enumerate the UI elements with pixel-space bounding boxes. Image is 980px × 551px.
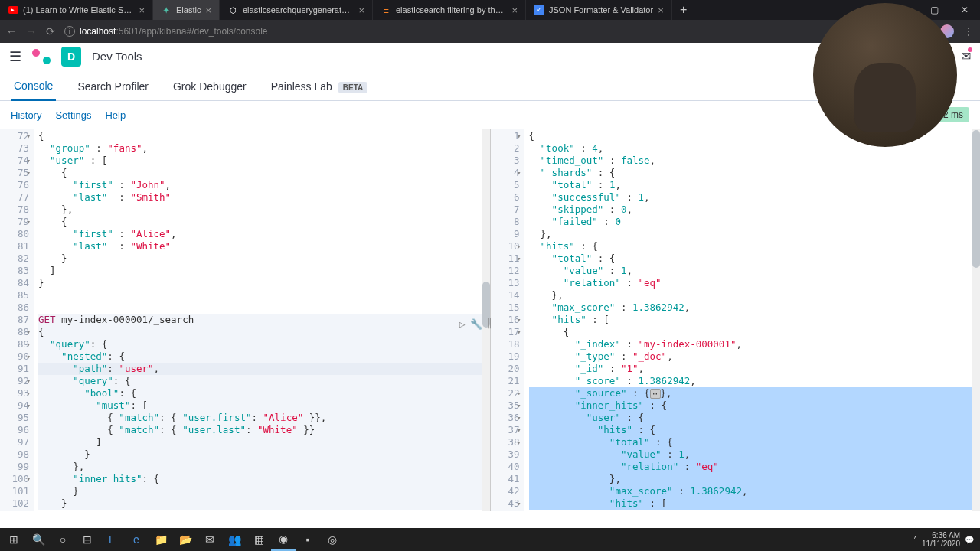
tab-pypi[interactable]: ⬡elasticsearchquerygenerator · PyPI× — [220, 0, 373, 20]
response-viewer[interactable]: 1▾234▾5678910▾11▾1213141516▾17▾181920212… — [491, 129, 981, 511]
cortana-icon[interactable]: ○ — [51, 528, 75, 551]
tab-jsonformatter[interactable]: ✓JSON Formatter & Validator× — [526, 0, 672, 20]
back-button[interactable]: ← — [6, 25, 17, 37]
request-editor[interactable]: 72▾7374▾75▾76777879▾808182838485868788▾8… — [0, 129, 491, 511]
explorer-icon[interactable]: 📁 — [149, 528, 173, 551]
webcam-overlay — [813, 3, 957, 147]
address-bar[interactable]: i localhost:5601/app/kibana#/dev_tools/c… — [64, 26, 912, 37]
notifications-icon[interactable]: 💬 — [965, 536, 974, 544]
mail-icon[interactable]: ✉ — [198, 528, 222, 551]
tray-chevron-icon[interactable]: ˄ — [913, 536, 917, 544]
site-info-icon[interactable]: i — [64, 26, 75, 37]
tab-elastic[interactable]: ✦Elastic× — [153, 0, 220, 20]
beta-badge: BETA — [338, 82, 368, 93]
app-icon[interactable]: L — [100, 528, 124, 551]
wrench-icon[interactable]: 🔧 — [470, 318, 482, 331]
news-icon[interactable]: ✉ — [961, 49, 971, 64]
chrome-icon[interactable]: ◉ — [271, 528, 296, 551]
send-request-icon[interactable]: ▷ — [459, 318, 466, 331]
close-icon[interactable]: × — [139, 5, 145, 16]
elastic-logo-icon[interactable] — [32, 47, 51, 66]
windows-taskbar: ⊞ 🔍 ○ ⊟ L e 📁 📂 ✉ 👥 ▦ ◉ ▪ ◎ ˄ 6:36 AM11/… — [0, 528, 980, 551]
page-title: Dev Tools — [92, 50, 142, 63]
obs-icon[interactable]: ◎ — [320, 528, 345, 551]
close-icon[interactable]: × — [358, 5, 364, 16]
close-icon[interactable]: × — [511, 5, 518, 16]
teams-icon[interactable]: 👥 — [222, 528, 247, 551]
tab-painless-lab[interactable]: Painless Lab BETA — [268, 80, 371, 100]
settings-link[interactable]: Settings — [55, 109, 91, 121]
app-icon-2[interactable]: ▦ — [247, 528, 271, 551]
taskview-icon[interactable]: ⊟ — [75, 528, 100, 551]
close-icon[interactable]: × — [205, 5, 211, 16]
nav-menu-button[interactable]: ☰ — [9, 48, 21, 65]
browser-tabs: ▸(1) Learn to Write Elastic Search Query… — [0, 0, 888, 20]
folder-icon[interactable]: 📂 — [173, 528, 198, 551]
history-link[interactable]: History — [11, 109, 41, 121]
reload-button[interactable]: ⟳ — [46, 25, 55, 37]
system-clock[interactable]: 6:36 AM11/11/2020 — [922, 531, 960, 548]
help-link[interactable]: Help — [105, 109, 126, 121]
close-icon[interactable]: × — [658, 5, 664, 16]
terminal-icon[interactable]: ▪ — [296, 528, 320, 551]
start-button[interactable]: ⊞ — [2, 528, 26, 551]
close-window-button[interactable]: ✕ — [949, 0, 980, 20]
tab-console[interactable]: Console — [11, 80, 56, 101]
menu-button[interactable]: ⋮ — [963, 25, 974, 37]
tab-search-profiler[interactable]: Search Profiler — [74, 80, 152, 100]
search-icon[interactable]: 🔍 — [26, 528, 51, 551]
tab-youtube[interactable]: ▸(1) Learn to Write Elastic Search Query… — [0, 0, 153, 20]
forward-button[interactable]: → — [26, 25, 37, 37]
new-tab-button[interactable]: + — [672, 0, 695, 20]
tab-grok-debugger[interactable]: Grok Debugger — [170, 80, 250, 100]
edge-icon[interactable]: e — [124, 528, 149, 551]
tab-stackoverflow[interactable]: ≣elasticsearch filtering by the size of … — [373, 0, 526, 20]
app-badge: D — [61, 47, 81, 67]
